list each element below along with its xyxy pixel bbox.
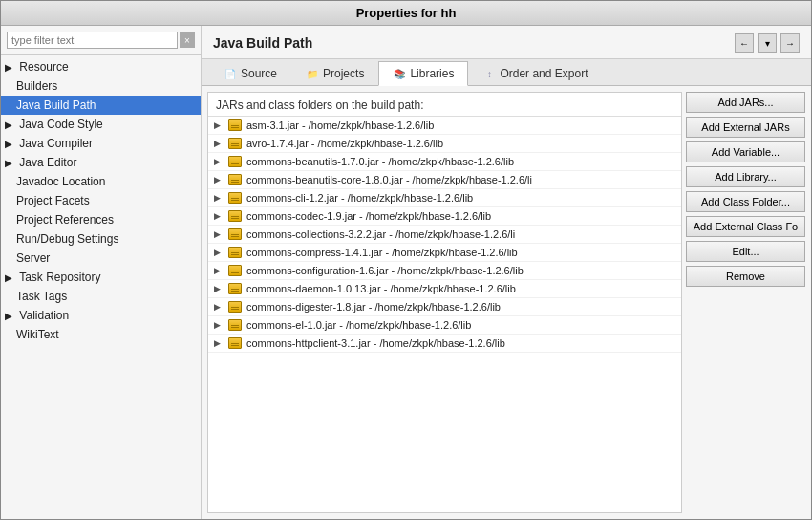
jar-list-item[interactable]: ▶ commons-cli-1.2.jar - /home/zkpk/hbase…: [208, 189, 681, 207]
jar-list-item[interactable]: ▶ asm-3.1.jar - /home/zkpk/hbase-1.2.6/l…: [208, 117, 681, 135]
sidebar-item-task-tags[interactable]: Task Tags: [1, 287, 201, 306]
jar-expand-arrow: ▶: [214, 157, 224, 166]
jar-expand-arrow: ▶: [214, 320, 224, 330]
expand-arrow: ▶: [5, 311, 16, 321]
jar-list-item[interactable]: ▶ commons-codec-1.9.jar - /home/zkpk/hba…: [208, 207, 681, 226]
sidebar-item-wikitext[interactable]: WikiText: [1, 325, 201, 344]
main-window: Properties for hh × ▶ Resource Builders: [0, 0, 812, 520]
jar-expand-arrow: ▶: [214, 284, 224, 293]
jar-expand-arrow: ▶: [214, 120, 224, 130]
expand-arrow: ▶: [5, 62, 16, 73]
filter-clear-button[interactable]: ×: [180, 32, 195, 48]
projects-icon: 📁: [306, 67, 319, 80]
jar-list-item[interactable]: ▶ commons-beanutils-1.7.0.jar - /home/zk…: [208, 153, 681, 171]
jar-expand-arrow: ▶: [214, 193, 224, 203]
jar-icon: [227, 246, 243, 259]
jar-expand-arrow: ▶: [214, 211, 224, 221]
add-library-button[interactable]: Add Library...: [686, 166, 805, 187]
nav-menu-button[interactable]: ▾: [758, 33, 777, 53]
jar-list-item[interactable]: ▶ commons-digester-1.8.jar - /home/zkpk/…: [208, 298, 681, 316]
window-title: Properties for hh: [356, 6, 457, 20]
libraries-icon: 📚: [393, 67, 406, 80]
jar-expand-arrow: ▶: [214, 302, 224, 312]
sidebar-item-project-references[interactable]: Project References: [1, 210, 201, 229]
jar-icon: [227, 336, 243, 350]
jar-expand-arrow: ▶: [214, 175, 224, 184]
add-external-jars-button[interactable]: Add External JARs: [686, 117, 805, 138]
remove-button[interactable]: Remove: [686, 266, 805, 287]
jar-list-item[interactable]: ▶ avro-1.7.4.jar - /home/zkpk/hbase-1.2.…: [208, 135, 681, 153]
jar-name: commons-codec-1.9.jar - /home/zkpk/hbase…: [246, 210, 491, 222]
nav-back-button[interactable]: ←: [735, 33, 754, 53]
nav-forward-button[interactable]: →: [780, 33, 800, 53]
jar-icon: [227, 300, 243, 314]
jar-name: commons-httpclient-3.1.jar - /home/zkpk/…: [246, 337, 505, 349]
jar-name: commons-digester-1.8.jar - /home/zkpk/hb…: [246, 301, 501, 313]
jar-list-item[interactable]: ▶ commons-configuration-1.6.jar - /home/…: [208, 262, 681, 280]
jar-icon: [227, 209, 243, 223]
sidebar-item-resource[interactable]: ▶ Resource: [1, 57, 201, 76]
add-jars-button[interactable]: Add JARs...: [686, 92, 805, 113]
jar-icon: [227, 155, 243, 168]
jar-icon: [227, 191, 243, 205]
sidebar-item-project-facets[interactable]: Project Facets: [1, 191, 201, 210]
filter-box: ×: [1, 26, 201, 55]
order-icon: ↕: [482, 67, 496, 80]
jar-list-item[interactable]: ▶ commons-daemon-1.0.13.jar - /home/zkpk…: [208, 280, 681, 298]
jar-name: commons-daemon-1.0.13.jar - /home/zkpk/h…: [246, 283, 516, 294]
expand-arrow: ▶: [5, 272, 16, 283]
jar-expand-arrow: ▶: [214, 248, 224, 257]
add-external-class-folder-button[interactable]: Add External Class Fo: [686, 216, 805, 237]
jar-name: commons-beanutils-core-1.8.0.jar - /home…: [246, 174, 532, 185]
tab-projects[interactable]: 📁 Projects: [291, 61, 378, 85]
jar-name: commons-el-1.0.jar - /home/zkpk/hbase-1.…: [246, 319, 471, 331]
source-icon: 📄: [224, 67, 237, 80]
content-header: Java Build Path ← ▾ →: [202, 26, 811, 59]
sidebar-item-run-debug[interactable]: Run/Debug Settings: [1, 229, 201, 249]
jar-name: asm-3.1.jar - /home/zkpk/hbase-1.2.6/lib: [246, 119, 434, 131]
jar-list-item[interactable]: ▶ commons-compress-1.4.1.jar - /home/zkp…: [208, 244, 681, 262]
jar-name: commons-cli-1.2.jar - /home/zkpk/hbase-1…: [246, 192, 473, 204]
sidebar-item-validation[interactable]: ▶ Validation: [1, 306, 201, 325]
sidebar-list: ▶ Resource Builders Java Build Path ▶ Ja…: [1, 55, 201, 519]
sidebar-item-task-repository[interactable]: ▶ Task Repository: [1, 268, 201, 287]
jar-icon: [227, 173, 243, 186]
sidebar-item-java-editor[interactable]: ▶ Java Editor: [1, 153, 201, 172]
tab-order-export[interactable]: ↕ Order and Export: [468, 61, 602, 85]
jar-list-item[interactable]: ▶ commons-beanutils-core-1.8.0.jar - /ho…: [208, 171, 681, 189]
jar-name: commons-collections-3.2.2.jar - /home/zk…: [246, 228, 515, 240]
jars-list[interactable]: ▶ asm-3.1.jar - /home/zkpk/hbase-1.2.6/l…: [208, 116, 681, 512]
title-bar: Properties for hh: [1, 1, 811, 26]
header-actions: ← ▾ →: [735, 33, 800, 53]
jars-panel: JARs and class folders on the build path…: [207, 92, 682, 513]
sidebar-item-javadoc-location[interactable]: Javadoc Location: [1, 172, 201, 191]
jar-expand-arrow: ▶: [214, 229, 224, 239]
jar-icon: [227, 137, 243, 150]
add-variable-button[interactable]: Add Variable...: [686, 141, 805, 162]
sidebar-item-server[interactable]: Server: [1, 249, 201, 268]
jar-expand-arrow: ▶: [214, 266, 224, 275]
tab-libraries[interactable]: 📚 Libraries: [378, 61, 468, 86]
sidebar-item-java-build-path[interactable]: Java Build Path: [1, 96, 201, 115]
sidebar-item-java-code-style[interactable]: ▶ Java Code Style: [1, 115, 201, 134]
buttons-panel: Add JARs... Add External JARs Add Variab…: [682, 86, 811, 519]
sidebar-item-java-compiler[interactable]: ▶ Java Compiler: [1, 134, 201, 153]
jar-expand-arrow: ▶: [214, 338, 224, 348]
jar-list-item[interactable]: ▶ commons-el-1.0.jar - /home/zkpk/hbase-…: [208, 316, 681, 335]
tab-source[interactable]: 📄 Source: [209, 61, 291, 85]
content-title: Java Build Path: [213, 35, 312, 51]
jar-list-item[interactable]: ▶ commons-httpclient-3.1.jar - /home/zkp…: [208, 335, 681, 353]
expand-arrow: ▶: [5, 139, 16, 149]
jar-expand-arrow: ▶: [214, 139, 224, 148]
add-class-folder-button[interactable]: Add Class Folder...: [686, 191, 805, 212]
jar-icon: [227, 282, 243, 295]
expand-arrow: ▶: [5, 158, 16, 168]
edit-button[interactable]: Edit...: [686, 241, 805, 262]
jar-name: avro-1.7.4.jar - /home/zkpk/hbase-1.2.6/…: [246, 138, 443, 149]
jar-icon: [227, 119, 243, 132]
expand-arrow: ▶: [5, 119, 16, 130]
filter-input[interactable]: [7, 32, 178, 49]
jar-list-item[interactable]: ▶ commons-collections-3.2.2.jar - /home/…: [208, 226, 681, 244]
sidebar-item-builders[interactable]: Builders: [1, 76, 201, 96]
tabs-bar: 📄 Source 📁 Projects 📚 Libraries ↕ Order …: [202, 59, 811, 86]
